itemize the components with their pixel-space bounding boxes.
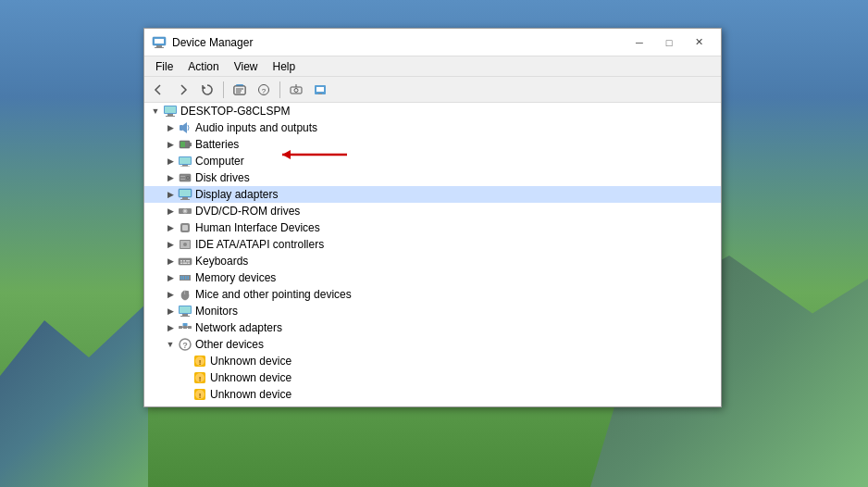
tree-item-ports[interactable]: ▶ Ports (COM & LPT) [144,403,721,406]
svg-rect-22 [180,125,183,131]
svg-rect-25 [190,143,192,146]
network-label: Network adapters [195,321,282,334]
svg-marker-23 [183,122,187,133]
tree-item-memory[interactable]: ▶ Memory devices [144,269,721,286]
monitors-icon [178,304,192,318]
expand-ide[interactable]: ▶ [163,237,178,252]
mice-label: Mice and other pointing devices [195,288,352,301]
unknown1-label: Unknown device [210,355,291,368]
batteries-label: Batteries [195,138,239,151]
svg-rect-19 [165,106,176,113]
keyboards-label: Keyboards [195,255,248,268]
batteries-icon [178,137,192,152]
refresh-button[interactable] [196,80,218,100]
svg-rect-29 [182,165,188,167]
svg-rect-52 [180,263,182,265]
ide-icon [178,237,192,252]
expand-keyboards[interactable]: ▶ [163,254,178,268]
tree-item-other[interactable]: ▼ ? Other devices [144,336,721,353]
computer-label: Computer [195,155,244,168]
device-settings-button[interactable] [309,80,331,100]
menu-view[interactable]: View [227,58,266,75]
device-tree[interactable]: ▼ DESKTOP-G8CLSPM ▶ Audio [144,103,721,406]
tree-item-unknown1[interactable]: ! Unknown device [144,353,721,369]
ports-label: Ports (COM & LPT) [195,405,291,406]
tree-item-batteries[interactable]: ▶ Batteries [144,136,721,153]
tree-item-network[interactable]: ▶ Network adapters [144,319,721,336]
tree-item-hid[interactable]: ▶ Human Interface Devices [144,219,721,236]
tree-item-display[interactable]: ▶ Display adapters [144,186,721,203]
close-button[interactable]: ✕ [684,33,713,52]
toolbar: ? [144,77,721,103]
display-icon [178,187,192,202]
properties-button[interactable] [229,80,251,100]
scan-button[interactable] [285,80,307,100]
tree-item-dvd[interactable]: ▶ DVD/CD-ROM drives [144,203,721,219]
tree-item-keyboards[interactable]: ▶ Keyboards [144,253,721,269]
ports-icon [178,404,192,406]
expand-audio[interactable]: ▶ [163,120,178,135]
svg-text:!: ! [199,358,202,367]
back-button[interactable] [148,80,170,100]
diskdrives-label: Disk drives [195,171,250,184]
expand-dvd[interactable]: ▶ [163,204,178,219]
monitors-label: Monitors [195,305,238,318]
svg-rect-66 [182,314,188,316]
help-button[interactable]: ? [253,80,275,100]
svg-rect-65 [180,306,191,313]
expand-root[interactable]: ▼ [148,104,163,119]
svg-rect-17 [318,94,322,94]
network-icon [178,320,192,335]
svg-rect-21 [166,116,175,117]
computer-small-icon [178,154,192,169]
expand-mice[interactable]: ▶ [163,287,178,302]
unknown2-label: Unknown device [210,371,291,384]
memory-icon [178,270,192,285]
tree-item-audio[interactable]: ▶ Audio inputs and outputs [144,119,721,136]
expand-batteries[interactable]: ▶ [163,137,178,152]
tree-item-monitors[interactable]: ▶ Monitors [144,303,721,319]
tree-item-root[interactable]: ▼ DESKTOP-G8CLSPM [144,103,721,119]
warning-icon-1: ! [192,354,207,368]
menu-file[interactable]: File [148,58,180,75]
device-manager-window: Device Manager ─ □ ✕ File Action View He… [143,28,722,407]
minimize-button[interactable]: ─ [625,33,654,52]
annotation-arrow [278,146,352,163]
tree-item-computer[interactable]: ▶ Computer [144,153,721,169]
tree-item-unknown3[interactable]: ! Unknown device [144,386,721,403]
svg-rect-1 [155,39,164,44]
expand-diskdrives[interactable]: ▶ [163,170,178,185]
tree-item-ide[interactable]: ▶ IDE ATA/ATAPI controllers [144,236,721,253]
expand-monitors[interactable]: ▶ [163,304,178,318]
svg-rect-49 [180,260,182,262]
svg-rect-2 [156,45,162,47]
expand-hid[interactable]: ▶ [163,220,178,235]
memory-label: Memory devices [195,271,276,284]
titlebar: Device Manager ─ □ ✕ [144,29,721,56]
window-icon [152,35,167,50]
computer-icon [163,104,178,119]
expand-display[interactable]: ▶ [163,187,178,202]
keyboards-icon [178,254,192,268]
tree-item-unknown2[interactable]: ! Unknown device [144,369,721,386]
svg-rect-53 [183,263,188,265]
maximize-button[interactable]: □ [654,33,684,52]
menu-action[interactable]: Action [180,58,226,75]
hid-icon [178,220,192,235]
tree-item-diskdrives[interactable]: ▶ Disk drives [144,169,721,186]
warning-icon-3: ! [192,387,207,402]
hid-label: Human Interface Devices [195,221,320,234]
svg-rect-73 [183,323,188,326]
expand-ports[interactable]: ▶ [163,404,178,406]
expand-memory[interactable]: ▶ [163,270,178,285]
menu-help[interactable]: Help [266,58,304,75]
forward-button[interactable] [172,80,194,100]
expand-other[interactable]: ▼ [163,337,178,352]
svg-rect-26 [180,142,185,147]
menubar: File Action View Help [144,56,721,77]
expand-computer[interactable]: ▶ [163,154,178,169]
tree-item-mice[interactable]: ▶ Mice and other pointing devices [144,286,721,303]
expand-network[interactable]: ▶ [163,320,178,335]
svg-rect-67 [180,316,190,317]
svg-rect-16 [316,87,324,92]
